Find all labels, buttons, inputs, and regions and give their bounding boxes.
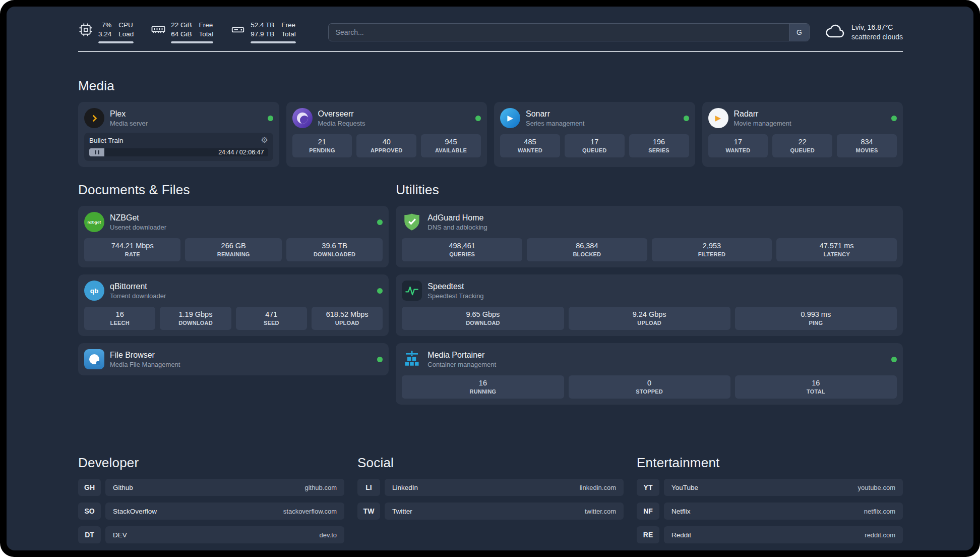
search-engine-button[interactable]: G — [789, 24, 809, 41]
app-name: Media Portainer — [427, 351, 496, 360]
player-settings-gear-icon[interactable]: ⚙ — [261, 136, 268, 144]
bookmark-abbr[interactable]: TW — [357, 503, 380, 520]
plex-icon — [84, 108, 104, 128]
stat-value: 0.993 ms — [737, 310, 895, 318]
status-dot — [377, 357, 383, 362]
ram-total-label: Total — [199, 30, 214, 38]
bookmark-link[interactable]: LinkedIn linkedin.com — [385, 479, 624, 496]
section-developer: Developer GH Github github.com SO StackO… — [78, 455, 344, 550]
stat-value: 17 — [567, 138, 623, 146]
stat-label: SEED — [238, 320, 305, 326]
stat-tile: 834 MOVIES — [837, 134, 897, 157]
app-name: qBittorrent — [110, 282, 166, 291]
bookmark-link[interactable]: StackOverflow stackoverflow.com — [105, 503, 344, 520]
app-card-nzbget[interactable]: nzbget NZBGet Usenet downloader 744.21 M… — [78, 206, 389, 267]
bookmark-abbr[interactable]: SO — [78, 503, 101, 520]
stat-value: 17 — [710, 138, 766, 146]
search-bar: G — [328, 23, 810, 41]
stat-value: 485 — [502, 138, 558, 146]
bookmark-domain: youtube.com — [858, 484, 895, 491]
stat-tile: 21 PENDING — [292, 134, 352, 157]
pause-button[interactable] — [89, 148, 104, 156]
stat-tile: 17 QUEUED — [565, 134, 625, 157]
disk-metric: 52.4 TB Free 97.9 TB Total — [230, 21, 296, 43]
status-dot — [891, 357, 897, 362]
ram-total-value: 64 GiB — [171, 30, 192, 38]
bookmark-abbr[interactable]: NF — [637, 503, 659, 520]
bookmark-abbr[interactable]: GH — [78, 479, 101, 496]
section-utilities: Utilities AdGuard Home DNS and adblockin… — [396, 182, 903, 405]
app-card-plex[interactable]: Plex Media server Bullet Train ⚙ 24:44 /… — [78, 102, 279, 167]
sonarr-icon: ▶ — [500, 108, 520, 128]
stat-value: 498,461 — [404, 242, 520, 250]
stat-tile: 9.65 Gbps DOWNLOAD — [402, 307, 564, 330]
now-playing-title: Bullet Train — [89, 137, 124, 144]
stat-value: 21 — [294, 138, 350, 146]
stat-value: 16 — [737, 379, 895, 387]
app-card-portainer[interactable]: Media Portainer Container management 16 … — [396, 343, 903, 405]
stat-label: QUEUED — [774, 147, 830, 153]
cpu-label: CPU — [118, 21, 134, 29]
app-card-adguard[interactable]: AdGuard Home DNS and adblocking 498,461 … — [396, 206, 903, 267]
bookmark-link[interactable]: Reddit reddit.com — [664, 526, 903, 543]
bookmark-abbr[interactable]: RE — [637, 526, 659, 543]
section-entertainment: Entertainment YT YouTube youtube.com NF … — [637, 455, 903, 550]
bookmark-name: YouTube — [671, 484, 698, 491]
stat-value: 744.21 Mbps — [86, 242, 178, 250]
bookmark-name: Github — [113, 484, 133, 491]
stat-value: 618.52 Mbps — [314, 310, 381, 318]
dashboard: 7% CPU 3.24 Load 22 GiB Free 64 GiB Tota… — [7, 7, 973, 550]
app-card-speedtest[interactable]: Speedtest Speedtest Tracking 9.65 Gbps D… — [396, 274, 903, 336]
cpu-load-value: 3.24 — [98, 30, 111, 38]
bookmark-abbr[interactable]: DT — [78, 526, 101, 543]
bookmark-link[interactable]: Netflix netflix.com — [664, 503, 903, 520]
bookmark-reddit: RE Reddit reddit.com — [637, 526, 903, 543]
bookmark-link[interactable]: Twitter twitter.com — [385, 503, 624, 520]
bookmark-domain: github.com — [304, 484, 337, 491]
ram-metric: 22 GiB Free 64 GiB Total — [151, 21, 213, 43]
status-dot — [475, 116, 481, 121]
app-subtitle: Speedtest Tracking — [427, 292, 483, 300]
app-card-qbittorrent[interactable]: qb qBittorrent Torrent downloader 16 LEE… — [78, 274, 389, 336]
bookmark-link[interactable]: Github github.com — [105, 479, 344, 496]
stat-value: 40 — [358, 138, 414, 146]
stat-label: DOWNLOADED — [288, 251, 381, 257]
app-subtitle: Media File Management — [110, 361, 180, 368]
bookmark-github: GH Github github.com — [78, 479, 344, 496]
status-dot — [377, 288, 383, 294]
bookmark-dev: DT DEV dev.to — [78, 526, 344, 543]
memory-icon — [151, 22, 166, 37]
bookmark-domain: netflix.com — [864, 508, 895, 515]
disk-total-label: Total — [281, 30, 296, 38]
app-name: NZBGet — [110, 213, 166, 222]
bookmark-name: StackOverflow — [113, 508, 157, 515]
stat-label: UPLOAD — [571, 320, 728, 326]
bookmark-youtube: YT YouTube youtube.com — [637, 479, 903, 496]
status-dot — [684, 116, 689, 121]
stat-tile: 22 QUEUED — [772, 134, 832, 157]
bookmark-abbr[interactable]: LI — [357, 479, 380, 496]
stat-value: 834 — [839, 138, 895, 146]
playback-progress-bar[interactable]: 24:44 / 02:06:47 — [89, 148, 268, 156]
app-name: Sonarr — [526, 109, 584, 119]
stat-value: 0 — [571, 379, 728, 387]
nzbget-icon: nzbget — [84, 212, 104, 232]
app-card-filebrowser[interactable]: File Browser Media File Management — [78, 343, 389, 375]
cpu-icon — [78, 22, 93, 37]
weather-condition: scattered clouds — [851, 32, 903, 42]
search-input[interactable] — [329, 24, 789, 41]
bookmark-link[interactable]: DEV dev.to — [105, 526, 344, 543]
stat-tile: 17 WANTED — [708, 134, 768, 157]
stat-value: 16 — [404, 379, 562, 387]
stat-tile: 744.21 Mbps RATE — [84, 238, 180, 261]
stat-tile: 9.24 Gbps UPLOAD — [569, 307, 730, 330]
app-card-radarr[interactable]: ▶ Radarr Movie management 17 WANTED 22 Q… — [702, 102, 903, 167]
stat-tile: 1.19 Gbps DOWNLOAD — [160, 307, 231, 330]
stat-label: AVAILABLE — [423, 147, 479, 153]
bookmark-abbr[interactable]: YT — [637, 479, 659, 496]
app-card-sonarr[interactable]: ▶ Sonarr Series management 485 WANTED 17… — [494, 102, 695, 167]
stat-tile: 0 STOPPED — [569, 375, 730, 399]
section-title-utilities: Utilities — [396, 182, 903, 198]
bookmark-link[interactable]: YouTube youtube.com — [664, 479, 903, 496]
app-card-overseerr[interactable]: Overseerr Media Requests 21 PENDING 40 A… — [286, 102, 487, 167]
